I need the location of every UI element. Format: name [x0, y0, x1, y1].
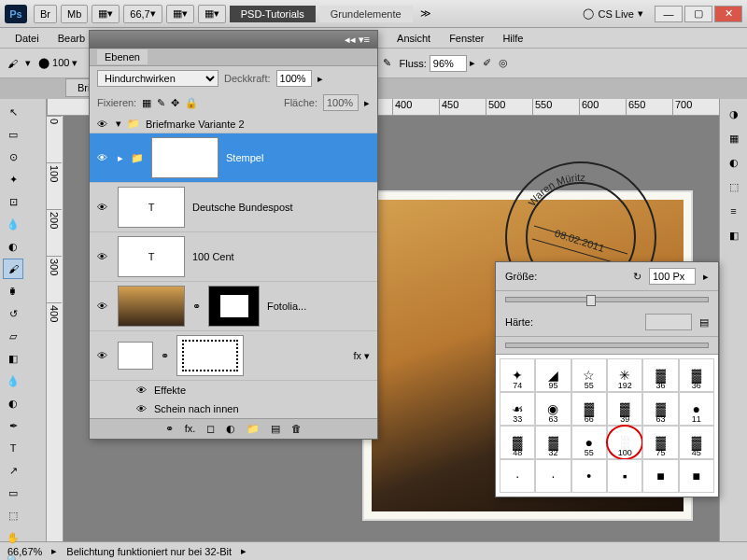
visibility-icon[interactable]: 👁: [97, 301, 110, 312]
brush-preset[interactable]: ■: [642, 459, 678, 493]
brush-preset[interactable]: ■: [679, 459, 714, 493]
marquee-tool[interactable]: ▭: [3, 124, 23, 145]
layer-group[interactable]: 👁 ▾ 📁 Briefmarke Variante 2: [90, 115, 377, 133]
visibility-icon[interactable]: 👁: [97, 119, 110, 130]
brush-preset[interactable]: ☆55: [571, 358, 607, 392]
move-tool[interactable]: ↖: [3, 102, 23, 122]
link-icon[interactable]: ⚭: [192, 301, 201, 313]
3d-tool[interactable]: ⬚: [3, 505, 23, 525]
more-workspaces[interactable]: ≫: [415, 7, 437, 20]
brush-preset[interactable]: ▓36: [679, 358, 714, 392]
layers-panel-icon[interactable]: ≡: [723, 200, 745, 222]
layers-tab[interactable]: Ebenen: [97, 49, 148, 64]
visibility-icon[interactable]: 👁: [97, 251, 110, 262]
minibridge-button[interactable]: Mb: [61, 5, 88, 23]
visibility-icon[interactable]: 👁: [136, 403, 147, 414]
visibility-icon[interactable]: 👁: [136, 385, 147, 396]
collapse-icon[interactable]: ▾: [116, 118, 121, 130]
shape-tool[interactable]: ▭: [3, 483, 23, 503]
history-brush[interactable]: ↺: [3, 303, 23, 324]
brush-preset[interactable]: ▓48: [500, 426, 535, 459]
extras-button[interactable]: ▦▾: [198, 5, 226, 23]
brush-preset[interactable]: ▪: [607, 459, 642, 493]
brush-preset[interactable]: ▓36: [642, 358, 678, 392]
adjustment-icon[interactable]: ◐: [226, 423, 235, 435]
brush-preset[interactable]: ▓75: [642, 426, 678, 459]
brush-preset[interactable]: ●55: [571, 426, 607, 459]
close-button[interactable]: ✕: [714, 6, 742, 22]
brush-tool[interactable]: 🖌: [3, 259, 23, 279]
link-layers-icon[interactable]: ⚭: [165, 423, 174, 435]
group-icon[interactable]: 📁: [247, 423, 260, 435]
brush-tool-icon[interactable]: 🖌: [7, 58, 18, 69]
path-tool[interactable]: ↗: [3, 460, 23, 481]
menu-fenster[interactable]: Fenster: [442, 31, 491, 46]
fx-badge[interactable]: fx ▾: [353, 350, 370, 362]
brush-preset[interactable]: ●11: [679, 392, 714, 426]
layer-thumb[interactable]: [151, 137, 218, 178]
eyedropper-tool[interactable]: 💧: [3, 214, 23, 234]
maximize-button[interactable]: ▢: [684, 6, 712, 22]
layer-fotolia[interactable]: 👁 ⚭ Fotolia...: [90, 282, 377, 331]
arrange-button[interactable]: ▦▾: [166, 5, 194, 23]
size-input[interactable]: [649, 268, 696, 285]
wand-tool[interactable]: ✦: [3, 169, 23, 189]
brush-preset-selected[interactable]: ░100: [607, 426, 642, 459]
layer-thumb[interactable]: [118, 286, 185, 327]
fill-input[interactable]: [323, 94, 359, 111]
minimize-button[interactable]: —: [655, 6, 683, 22]
layer-bundespost[interactable]: 👁 T Deutsche Bundespost: [90, 183, 377, 232]
cslive-label[interactable]: CS Live: [598, 8, 634, 20]
panel-header[interactable]: ◂◂ ▾≡: [90, 31, 377, 49]
layer-100cent[interactable]: 👁 T 100 Cent: [90, 232, 377, 282]
link-icon[interactable]: ⚭: [161, 350, 169, 362]
lock-all[interactable]: 🔒: [185, 97, 198, 109]
lock-position[interactable]: ✥: [171, 97, 179, 109]
fx-icon[interactable]: fx.: [185, 423, 196, 435]
effect-inner-glow[interactable]: 👁 Schein nach innen: [90, 399, 377, 418]
layer-thumb[interactable]: [118, 342, 153, 370]
lock-pixels[interactable]: ✎: [157, 97, 165, 109]
target-icon[interactable]: ◎: [499, 57, 508, 69]
trash-icon[interactable]: 🗑: [291, 423, 302, 435]
brush-preset[interactable]: ·: [500, 459, 535, 493]
hardness-slider[interactable]: [505, 343, 709, 348]
brush-preset[interactable]: ▓39: [607, 392, 642, 426]
layer-name[interactable]: 100 Cent: [192, 251, 370, 262]
expand-icon[interactable]: ▸: [118, 152, 123, 164]
menu-datei[interactable]: Datei: [7, 31, 47, 46]
workspace-psd[interactable]: PSD-Tutorials: [230, 6, 316, 22]
new-layer-icon[interactable]: ▤: [271, 423, 280, 435]
new-preset-icon[interactable]: ▤: [699, 316, 709, 329]
visibility-icon[interactable]: 👁: [97, 350, 110, 361]
brush-preset[interactable]: •: [571, 459, 607, 493]
blur-tool[interactable]: 💧: [3, 371, 23, 391]
screen-mode-button[interactable]: ▦▾: [92, 5, 120, 23]
workspace-grund[interactable]: Grundelemente: [319, 6, 413, 22]
layer-thumb[interactable]: T: [118, 236, 185, 277]
blend-mode-select[interactable]: Hindurchwirken: [97, 70, 218, 87]
hand-tool[interactable]: ✋: [3, 527, 23, 548]
lasso-tool[interactable]: ⊙: [3, 147, 23, 167]
gradient-tool[interactable]: ◧: [3, 348, 23, 369]
brush-preset[interactable]: ◢95: [535, 358, 571, 392]
effects-row[interactable]: 👁 Effekte: [90, 381, 377, 399]
heal-tool[interactable]: ◐: [3, 236, 23, 257]
layer-thumb[interactable]: T: [118, 187, 185, 228]
flow-input[interactable]: [430, 55, 467, 72]
pen-tool[interactable]: ✒: [3, 415, 23, 436]
lock-transparency[interactable]: ▦: [142, 97, 151, 109]
type-tool[interactable]: T: [3, 438, 23, 458]
visibility-icon[interactable]: 👁: [97, 152, 110, 163]
styles-panel-icon[interactable]: ⬚: [723, 175, 745, 198]
adjust-panel-icon[interactable]: ◐: [723, 151, 745, 174]
airbrush-toggle[interactable]: ✐: [483, 57, 491, 69]
dodge-tool[interactable]: ◐: [3, 393, 23, 413]
layer-name[interactable]: Stempel: [226, 152, 370, 163]
layer-mask[interactable]: [176, 335, 244, 376]
layer-mask[interactable]: [208, 286, 260, 327]
stamp-tool[interactable]: ⧯: [3, 281, 23, 301]
bridge-button[interactable]: Br: [34, 5, 57, 23]
panel-menu-icon[interactable]: ◂◂ ▾≡: [345, 34, 370, 46]
brush-preset[interactable]: ▓63: [642, 392, 678, 426]
